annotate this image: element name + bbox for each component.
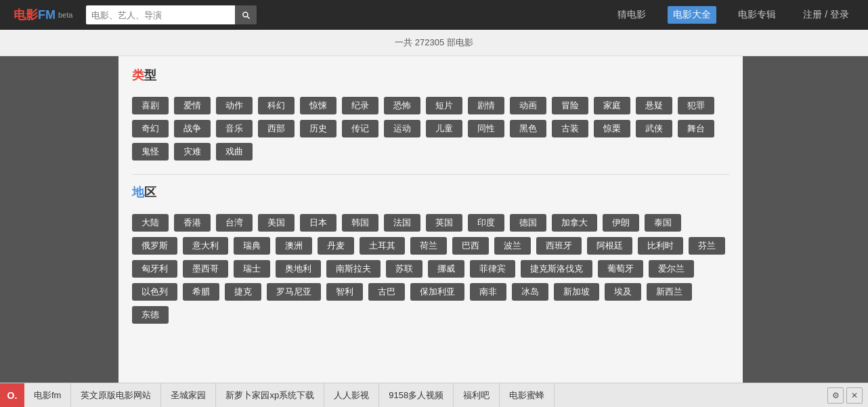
region-tag[interactable]: 澳洲 <box>276 237 312 255</box>
region-tag[interactable]: 法国 <box>384 214 420 232</box>
genre-tag[interactable]: 短片 <box>426 97 462 114</box>
region-tag[interactable]: 苏联 <box>386 260 422 278</box>
region-tag[interactable]: 新西兰 <box>647 283 692 301</box>
region-tag[interactable]: 德国 <box>510 214 546 232</box>
genre-tag[interactable]: 喜剧 <box>132 97 169 114</box>
region-tag[interactable]: 印度 <box>468 214 504 232</box>
search-button[interactable] <box>235 5 257 24</box>
genre-tag[interactable]: 灾难 <box>174 143 211 160</box>
genre-tag[interactable]: 爱情 <box>174 97 211 114</box>
genre-tag[interactable]: 黑色 <box>510 120 546 137</box>
genre-tag[interactable]: 恐怖 <box>384 97 420 114</box>
genre-tag[interactable]: 战争 <box>174 120 211 137</box>
region-tag[interactable]: 南非 <box>470 283 506 301</box>
region-tag[interactable]: 爱尔兰 <box>649 260 694 278</box>
region-tag[interactable]: 意大利 <box>183 237 228 255</box>
taskbar-item[interactable]: 新萝卜家园xp系统下载 <box>216 383 324 402</box>
genre-tag[interactable]: 家庭 <box>594 97 630 114</box>
region-tag[interactable]: 土耳其 <box>360 237 405 255</box>
genre-tag[interactable]: 鬼怪 <box>132 143 169 160</box>
region-tag[interactable]: 台湾 <box>216 214 253 232</box>
genre-tag[interactable]: 舞台 <box>678 120 714 137</box>
region-tag[interactable]: 瑞典 <box>234 237 270 255</box>
region-tag[interactable]: 荷兰 <box>410 237 447 255</box>
region-tag[interactable]: 冰岛 <box>512 283 548 301</box>
region-tag[interactable]: 香港 <box>174 214 211 232</box>
genre-tag[interactable]: 古装 <box>552 120 588 137</box>
taskbar-settings-button[interactable]: ⚙ <box>827 387 844 402</box>
genre-tag[interactable]: 冒险 <box>552 97 588 114</box>
region-tags: 大陆香港台湾美国日本韩国法国英国印度德国加拿大伊朗泰国俄罗斯意大利瑞典澳洲丹麦土… <box>132 214 729 324</box>
region-tag[interactable]: 挪威 <box>428 260 464 278</box>
region-tag[interactable]: 丹麦 <box>318 237 354 255</box>
region-tag[interactable]: 西班牙 <box>536 237 582 255</box>
genre-tag[interactable]: 动画 <box>510 97 546 114</box>
region-tag[interactable]: 罗马尼亚 <box>267 283 321 301</box>
genre-tag[interactable]: 剧情 <box>468 97 504 114</box>
genre-tag[interactable]: 悬疑 <box>636 97 672 114</box>
genre-tag[interactable]: 惊栗 <box>594 120 630 137</box>
region-tag[interactable]: 芬兰 <box>689 237 725 255</box>
region-tag[interactable]: 捷克斯洛伐克 <box>521 260 592 278</box>
region-title-char2: 区 <box>144 186 156 199</box>
genre-tag[interactable]: 西部 <box>258 120 295 137</box>
genre-tag[interactable]: 动作 <box>216 97 253 114</box>
genre-tag[interactable]: 纪录 <box>342 97 378 114</box>
region-tag[interactable]: 加拿大 <box>552 214 597 232</box>
region-tag[interactable]: 美国 <box>258 214 295 232</box>
taskbar-item[interactable]: 福利吧 <box>454 383 500 402</box>
taskbar-item[interactable]: 人人影视 <box>324 383 379 402</box>
taskbar-close-button[interactable]: ✕ <box>846 387 863 402</box>
region-tag[interactable]: 保加利亚 <box>410 283 464 301</box>
nav-all-movies[interactable]: 电影大全 <box>668 6 716 24</box>
genre-tag[interactable]: 传记 <box>342 120 378 137</box>
region-tag[interactable]: 新加坡 <box>554 283 599 301</box>
region-tag[interactable]: 捷克 <box>225 283 261 301</box>
genre-tag[interactable]: 运动 <box>384 120 420 137</box>
region-tag[interactable]: 东德 <box>132 306 169 324</box>
genre-tag[interactable]: 同性 <box>468 120 504 137</box>
region-tag[interactable]: 伊朗 <box>603 214 639 232</box>
taskbar-item[interactable]: 英文原版电影网站 <box>71 383 161 402</box>
region-tag[interactable]: 匈牙利 <box>132 260 177 278</box>
region-tag[interactable]: 古巴 <box>368 283 405 301</box>
region-tag[interactable]: 奥地利 <box>276 260 321 278</box>
nav-movie-album[interactable]: 电影专辑 <box>733 6 781 24</box>
genre-tag[interactable]: 历史 <box>300 120 337 137</box>
region-tag[interactable]: 葡萄牙 <box>598 260 643 278</box>
region-tag[interactable]: 日本 <box>300 214 337 232</box>
genre-tag[interactable]: 音乐 <box>216 120 253 137</box>
region-tag[interactable]: 英国 <box>426 214 462 232</box>
region-tag[interactable]: 以色列 <box>132 283 177 301</box>
region-tag[interactable]: 波兰 <box>494 237 531 255</box>
region-tag[interactable]: 瑞士 <box>234 260 270 278</box>
region-tag[interactable]: 希腊 <box>183 283 219 301</box>
taskbar-item[interactable]: 圣城家园 <box>161 383 216 402</box>
region-tag[interactable]: 南斯拉夫 <box>326 260 381 278</box>
nav-login[interactable]: 注册 / 登录 <box>798 6 854 24</box>
region-tag[interactable]: 菲律宾 <box>470 260 515 278</box>
region-tag[interactable]: 巴西 <box>452 237 489 255</box>
region-tag[interactable]: 韩国 <box>342 214 378 232</box>
region-tag[interactable]: 大陆 <box>132 214 169 232</box>
genre-tag[interactable]: 惊悚 <box>300 97 337 114</box>
region-tag[interactable]: 阿根廷 <box>587 237 632 255</box>
region-tag[interactable]: 俄罗斯 <box>132 237 177 255</box>
genre-tag[interactable]: 儿童 <box>426 120 462 137</box>
region-tag[interactable]: 智利 <box>326 283 363 301</box>
genre-tag[interactable]: 奇幻 <box>132 120 169 137</box>
genre-tag[interactable]: 戏曲 <box>216 143 253 160</box>
taskbar-item[interactable]: 电影蜜蜂 <box>500 383 555 402</box>
taskbar-item[interactable]: 9158多人视频 <box>379 383 454 402</box>
region-tag[interactable]: 比利时 <box>638 237 683 255</box>
genre-tag[interactable]: 科幻 <box>258 97 295 114</box>
region-tag[interactable]: 埃及 <box>605 283 641 301</box>
nav-guess-movie[interactable]: 猜电影 <box>612 6 651 24</box>
sidebar-right <box>743 56 868 402</box>
genre-tag[interactable]: 犯罪 <box>678 97 714 114</box>
genre-tag[interactable]: 武侠 <box>636 120 672 137</box>
taskbar-item[interactable]: 电影fm <box>24 383 71 402</box>
region-tag[interactable]: 墨西哥 <box>183 260 228 278</box>
search-input[interactable] <box>86 5 235 24</box>
region-tag[interactable]: 泰国 <box>645 214 681 232</box>
